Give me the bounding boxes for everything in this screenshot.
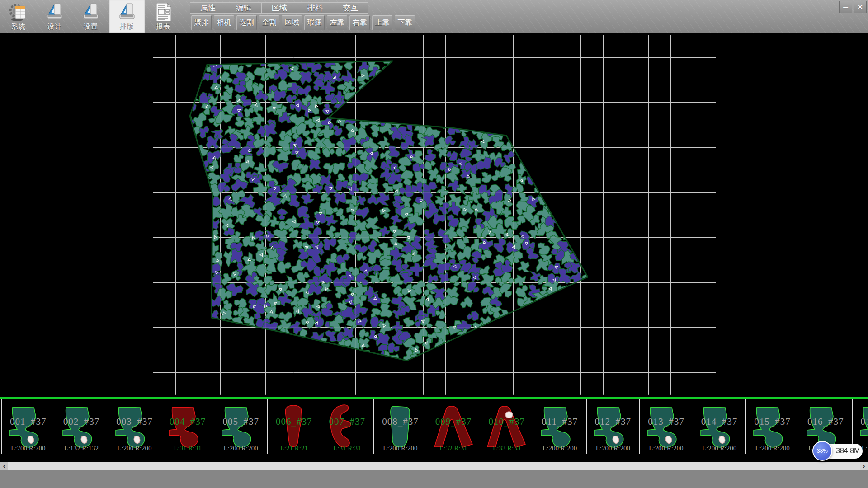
tool-button-bar: 聚排相机选割全割区域瑕疵左靠右靠上靠下靠 bbox=[191, 15, 415, 30]
system-icon bbox=[8, 2, 29, 23]
thumbnail-cell-005_#37[interactable]: 005_#37L:200 R:200 bbox=[214, 399, 268, 454]
mode-button-报表[interactable]: 报表 bbox=[146, 0, 181, 33]
thumbnail-cell-012_#37[interactable]: 012_#37L:200 R:200 bbox=[587, 399, 640, 454]
tool-button-相机[interactable]: 相机 bbox=[214, 15, 234, 30]
progress-circle: 38% bbox=[812, 441, 832, 461]
piece-shape bbox=[537, 400, 582, 452]
thumbnail-cell-003_#37[interactable]: 003_#37L:200 R:200 bbox=[108, 399, 161, 454]
thumbnail-cell-006_#37[interactable]: 006_#37L:21 R:21 bbox=[268, 399, 321, 454]
nesting-icon bbox=[117, 2, 137, 23]
report-icon bbox=[153, 2, 174, 23]
thumbnail-cell-015_#37[interactable]: 015_#37L:200 R:200 bbox=[746, 399, 799, 454]
mode-button-设计[interactable]: 设计 bbox=[37, 0, 72, 33]
piece-shape bbox=[697, 400, 742, 452]
thumbnail-cell-014_#37[interactable]: 014_#37L:200 R:200 bbox=[693, 399, 746, 454]
piece-shape bbox=[377, 400, 423, 452]
tool-button-选割[interactable]: 选割 bbox=[236, 15, 257, 30]
menu-tab-排料[interactable]: 排料 bbox=[297, 2, 333, 14]
tool-button-右靠[interactable]: 右靠 bbox=[349, 15, 370, 30]
thumbnail-cell-011_#37[interactable]: 011_#37L:200 R:200 bbox=[533, 399, 587, 454]
scroll-left-button[interactable]: ‹ bbox=[0, 462, 8, 470]
menu-tab-属性[interactable]: 属性 bbox=[190, 2, 226, 14]
piece-shape bbox=[271, 400, 316, 452]
memory-usage-text: 384.8M bbox=[836, 447, 860, 455]
piece-shape bbox=[750, 400, 795, 452]
piece-shape bbox=[165, 400, 210, 452]
status-badge: 384.8M 38% bbox=[812, 441, 863, 461]
tool-button-聚排[interactable]: 聚排 bbox=[191, 15, 212, 30]
bottom-status-bar bbox=[0, 470, 868, 488]
thumbnail-cell-009_#37[interactable]: 009_#37L:32 R:31 bbox=[427, 399, 481, 454]
thumbnail-cell-002_#37[interactable]: 002_#37L:132 R:132 bbox=[55, 399, 108, 454]
thumbnail-cell-010_#37[interactable]: 010_#37L:33 R:33 bbox=[480, 399, 533, 454]
tool-button-上靠[interactable]: 上靠 bbox=[372, 15, 392, 30]
piece-shape bbox=[5, 400, 51, 452]
piece-shape bbox=[218, 400, 263, 452]
design-icon bbox=[44, 2, 65, 23]
thumbnail-cell-013_#37[interactable]: 013_#37L:200 R:200 bbox=[640, 399, 693, 454]
piece-shape bbox=[431, 400, 476, 452]
mode-button-label: 设置 bbox=[84, 23, 98, 31]
piece-shape bbox=[112, 400, 157, 452]
mode-button-系统[interactable]: 系统 bbox=[1, 0, 36, 33]
thumbnail-cell-004_#37[interactable]: 004_#37L:31 R:31 bbox=[161, 399, 215, 454]
thumbnail-cell-008_#37[interactable]: 008_#37L:200 R:200 bbox=[374, 399, 427, 454]
horizontal-scrollbar[interactable]: ‹ › bbox=[0, 462, 868, 470]
mode-button-label: 报表 bbox=[156, 23, 170, 31]
tool-button-区域[interactable]: 区域 bbox=[282, 15, 302, 30]
thumbnail-cell-007_#37[interactable]: 007_#37L:31 R:31 bbox=[321, 399, 374, 454]
piece-shape bbox=[59, 400, 104, 452]
scroll-right-button[interactable]: › bbox=[860, 462, 868, 470]
tool-button-下靠[interactable]: 下靠 bbox=[395, 15, 415, 30]
mode-button-label: 排版 bbox=[120, 23, 134, 31]
menu-tab-区域[interactable]: 区域 bbox=[261, 2, 297, 14]
mode-button-label: 系统 bbox=[11, 23, 26, 31]
top-toolbar: 系统设计设置排版报表 属性编辑区域排料交互 聚排相机选割全割区域瑕疵左靠右靠上靠… bbox=[0, 0, 868, 33]
piece-shape bbox=[484, 400, 529, 452]
piece-shape bbox=[590, 400, 636, 452]
tool-button-左靠[interactable]: 左靠 bbox=[327, 15, 347, 30]
menu-tab-编辑[interactable]: 编辑 bbox=[226, 2, 261, 14]
scrollbar-thumb[interactable] bbox=[8, 462, 860, 470]
menu-tab-bar: 属性编辑区域排料交互 bbox=[190, 2, 368, 14]
piece-shape bbox=[643, 400, 689, 452]
minimize-button[interactable]: ─ bbox=[839, 1, 852, 13]
tool-button-全割[interactable]: 全割 bbox=[259, 15, 279, 30]
settings-icon bbox=[80, 2, 101, 23]
thumbnail-cell-001_#37[interactable]: 001_#37L:700 R:700 bbox=[1, 399, 55, 454]
piece-shape bbox=[325, 400, 370, 452]
window-controls: ─ ✕ bbox=[839, 1, 867, 13]
tool-button-瑕疵[interactable]: 瑕疵 bbox=[304, 15, 325, 30]
mode-button-label: 设计 bbox=[47, 23, 62, 31]
close-button[interactable]: ✕ bbox=[854, 1, 867, 13]
mode-button-设置[interactable]: 设置 bbox=[73, 0, 108, 33]
mode-button-排版[interactable]: 排版 bbox=[109, 0, 145, 33]
piece-thumbnail-strip: 001_#37L:700 R:700002_#37L:132 R:132003_… bbox=[0, 399, 868, 455]
menu-tab-交互[interactable]: 交互 bbox=[333, 2, 368, 14]
